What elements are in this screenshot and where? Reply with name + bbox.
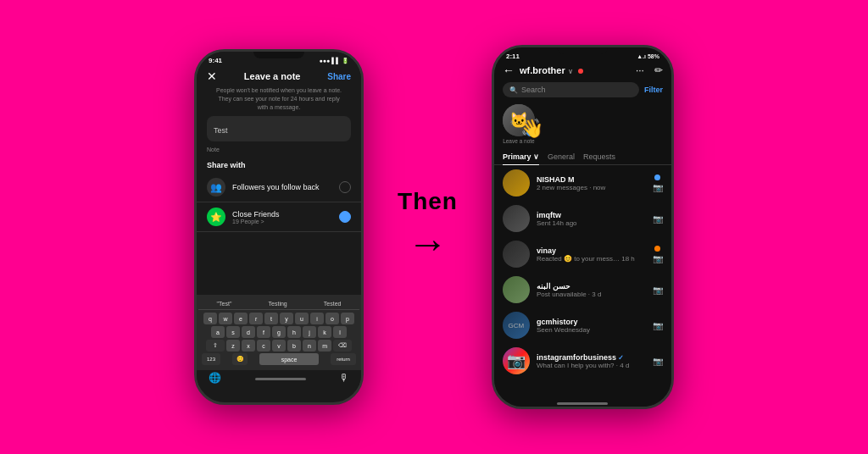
key-i[interactable]: i (310, 313, 324, 324)
key-a[interactable]: a (211, 326, 225, 338)
arrow-icon: → (407, 220, 448, 267)
key-return[interactable]: return (331, 353, 356, 365)
dm-right-insta: 📷 (653, 357, 663, 366)
story-item-self[interactable]: 🐱 + 👋 Leave a note (503, 104, 535, 144)
dm-name-gcm: gcmhistory (537, 318, 646, 326)
tab-primary[interactable]: Primary ∨ (503, 149, 548, 164)
leave-note-subtitle: People won't be notified when you leave … (197, 86, 361, 116)
key-j[interactable]: j (303, 326, 316, 338)
key-emoji[interactable]: 😊 (232, 353, 248, 365)
followers-label: Followers you follow back (232, 183, 332, 191)
dm-item-husn[interactable]: حسن البنه Post unavailable · 3 d 📷 (494, 272, 671, 307)
key-delete[interactable]: ⌫ (333, 340, 352, 352)
globe-icon[interactable]: 🌐 (209, 372, 221, 384)
dm-preview-imqftw: Sent 14h ago (537, 219, 646, 227)
dm-item-gcm[interactable]: GCM gcmhistory Seen Wednesday 📷 (494, 307, 671, 343)
dm-item-nishad[interactable]: NISHAD M 2 new messages · now 📷 (494, 165, 671, 201)
orange-dot-vinay (654, 246, 660, 252)
key-u[interactable]: u (295, 313, 309, 324)
key-m[interactable]: m (318, 340, 331, 352)
avatar-nishad (503, 169, 530, 197)
key-p[interactable]: p (341, 313, 354, 324)
mic-icon[interactable]: 🎙 (339, 372, 349, 384)
key-n[interactable]: n (303, 340, 316, 352)
followers-radio[interactable] (339, 181, 351, 193)
suggestion-3[interactable]: Tested (324, 301, 342, 307)
dm-name-husn: حسن البنه (537, 282, 646, 291)
key-g[interactable]: g (272, 326, 286, 338)
share-button[interactable]: Share (327, 72, 351, 81)
key-d[interactable]: d (242, 326, 255, 338)
avatar-insta: 📷 (503, 347, 530, 374)
dm-preview-husn: Post unavailable · 3 d (537, 291, 646, 298)
key-r[interactable]: r (249, 313, 263, 324)
key-s[interactable]: s (226, 326, 240, 338)
status-icons-left: ●●● ▌▌ 🔋 (320, 58, 350, 64)
kb-suggestions: "Test" Testing Tested (198, 298, 359, 310)
dm-info-gcm: gcmhistory Seen Wednesday (537, 318, 646, 334)
dm-item-vinay[interactable]: vinay Reacted 😊 to your mess… 18 h 📷 (494, 236, 671, 272)
key-o[interactable]: o (326, 313, 339, 324)
dm-item-imqftw[interactable]: imqftw Sent 14h ago 📷 (494, 201, 671, 236)
dm-right-gcm: 📷 (653, 321, 663, 330)
key-t[interactable]: t (264, 313, 278, 324)
dm-preview-insta: What can I help you with? · 4 d (537, 362, 646, 369)
back-button[interactable]: ← (503, 64, 515, 77)
key-z[interactable]: z (226, 340, 240, 352)
story-row: 🐱 + 👋 Leave a note (494, 101, 671, 149)
avatar-gcm: GCM (503, 312, 530, 339)
key-y[interactable]: y (280, 313, 293, 324)
dm-list: NISHAD M 2 new messages · now 📷 imqftw S… (494, 165, 671, 379)
followers-icon: 👥 (207, 178, 225, 197)
dm-preview-gcm: Seen Wednesday (537, 326, 646, 334)
close-icon[interactable]: ✕ (207, 69, 217, 83)
close-friends-icon: ⭐ (207, 208, 225, 226)
suggestion-1[interactable]: "Test" (217, 301, 232, 307)
key-v[interactable]: v (272, 340, 286, 352)
key-b[interactable]: b (287, 340, 301, 352)
dm-info-nishad: NISHAD M 2 new messages · now (537, 175, 646, 191)
key-c[interactable]: c (257, 340, 270, 352)
key-q[interactable]: q (203, 313, 217, 324)
dm-right-husn: 📷 (653, 285, 663, 295)
dm-name-insta: instagramforbusiness ✓ (537, 353, 646, 362)
dm-item-insta[interactable]: 📷 instagramforbusiness ✓ What can I help… (494, 343, 671, 379)
followers-option[interactable]: 👥 Followers you follow back (197, 173, 361, 202)
key-shift[interactable]: ⇧ (206, 340, 225, 352)
camera-icon-husn: 📷 (653, 285, 663, 295)
waving-hand-icon: 👋 (520, 118, 543, 140)
status-time-right: 2:11 (506, 53, 520, 60)
kb-row-bottom: 123 😊 space return (198, 353, 359, 365)
close-friends-radio[interactable] (339, 211, 351, 223)
key-num[interactable]: 123 (202, 353, 220, 365)
key-space[interactable]: space (259, 353, 319, 365)
search-placeholder: Search (521, 86, 546, 94)
home-bar-left (255, 378, 306, 380)
edit-icon[interactable]: ✏ (654, 64, 663, 76)
key-f[interactable]: f (257, 326, 270, 338)
note-input[interactable]: Test (207, 116, 351, 141)
key-l[interactable]: l (333, 326, 347, 338)
dm-info-vinay: vinay Reacted 😊 to your mess… 18 h (537, 246, 646, 263)
kb-row-2: a s d f g h j k l (198, 326, 359, 338)
filter-button[interactable]: Filter (644, 86, 663, 94)
avatar-imqftw (503, 205, 530, 232)
key-w[interactable]: w (219, 313, 232, 324)
close-friends-option[interactable]: ⭐ Close Friends 19 People > (197, 202, 361, 232)
dm-right-vinay: 📷 (653, 246, 663, 263)
suggestion-2[interactable]: Testing (269, 301, 287, 307)
tab-general[interactable]: General (548, 149, 583, 164)
share-with-label: Share with (197, 158, 361, 173)
dm-right-nishad: 📷 (653, 174, 663, 192)
more-options-icon[interactable]: ··· (636, 64, 644, 76)
key-h[interactable]: h (287, 326, 301, 338)
phone-notch-left (253, 52, 304, 58)
key-e[interactable]: e (234, 313, 248, 324)
dm-right-imqftw: 📷 (653, 214, 663, 224)
key-x[interactable]: x (242, 340, 255, 352)
avatar-vinay (503, 241, 530, 268)
kb-row-3: ⇧ z x c v b n m ⌫ (198, 340, 359, 352)
tab-requests[interactable]: Requests (583, 149, 624, 164)
key-k[interactable]: k (318, 326, 331, 338)
search-input[interactable]: 🔍 Search (503, 82, 639, 97)
